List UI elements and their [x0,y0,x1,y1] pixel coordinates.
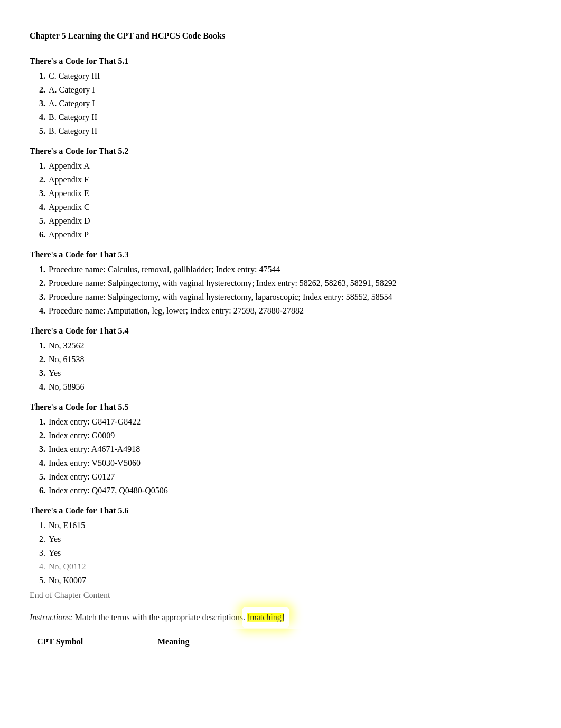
list-item: 3.Yes [30,367,531,380]
item-number: 3. [35,187,45,200]
list-item: 3.Appendix E [30,187,531,200]
item-text: No, Q0112 [49,562,86,571]
item-text: Appendix F [49,175,89,184]
instructions-label: Instructions: [30,613,73,622]
list-item: 1.Procedure name: Calculus, removal, gal… [30,263,531,276]
item-number: 1. [35,160,45,172]
table-header-symbol: CPT Symbol [30,632,150,651]
table-header-meaning: Meaning [150,632,313,651]
item-number: 6. [35,484,45,497]
item-text: A. Category I [49,85,95,94]
list-item: 1.C. Category III [30,70,531,82]
list-item: 2.Procedure name: Salpingectomy, with va… [30,277,531,290]
answer-list-5-3: 1.Procedure name: Calculus, removal, gal… [30,263,531,317]
answer-list-5-5: 1.Index entry: G8417-G8422 2.Index entry… [30,416,531,497]
item-number: 6. [35,228,45,241]
item-number: 4. [35,305,45,317]
list-item: 4.B. Category II [30,111,531,124]
item-text: No, K0007 [49,576,86,585]
item-text: B. Category II [49,126,97,135]
item-number: 2. [35,84,45,96]
answer-list-5-1: 1.C. Category III 2.A. Category I 3.A. C… [30,70,531,137]
list-item: 1.Index entry: G8417-G8422 [30,416,531,428]
list-item: 6.Appendix P [30,228,531,241]
section-title-5-2: There's a Code for That 5.2 [30,145,531,158]
item-number: 5. [35,574,45,587]
item-number: 3. [35,97,45,110]
list-item: 2.No, 61538 [30,353,531,366]
item-text: Yes [49,535,61,543]
item-number: 3. [35,367,45,380]
list-item: 2.Yes [30,533,531,546]
item-number: 4. [35,201,45,214]
list-item: 4.Procedure name: Amputation, leg, lower… [30,305,531,317]
item-number: 2. [35,277,45,290]
item-text: Procedure name: Calculus, removal, gallb… [49,265,280,274]
item-text: Yes [49,548,61,557]
list-item: 5.B. Category II [30,125,531,137]
item-text: Index entry: A4671-A4918 [49,445,140,454]
list-item: 2.Appendix F [30,173,531,186]
instructions-text: Match the terms with the appropriate des… [73,613,247,622]
list-item: 3.Yes [30,547,531,559]
item-text: No, 61538 [49,355,85,364]
item-text: Procedure name: Salpingectomy, with vagi… [49,292,392,301]
section-title-5-5: There's a Code for That 5.5 [30,401,531,413]
item-text: Index entry: G8417-G8422 [49,417,141,426]
section-title-5-1: There's a Code for That 5.1 [30,55,531,68]
item-text: Yes [49,368,61,377]
list-item: 5.Index entry: G0127 [30,471,531,483]
list-item: 1.Appendix A [30,160,531,172]
list-item: 6.Index entry: Q0477, Q0480-Q0506 [30,484,531,497]
section-title-5-6: There's a Code for That 5.6 [30,504,531,517]
list-item: 1.No, 32562 [30,339,531,352]
item-number: 1. [35,339,45,352]
list-item: 2.A. Category I [30,84,531,96]
item-text: A. Category I [49,99,95,108]
list-item: 4.Index entry: V5030-V5060 [30,457,531,469]
item-number: 1. [35,263,45,276]
chapter-title: Chapter 5 Learning the CPT and HCPCS Cod… [30,30,531,42]
item-number: 2. [35,353,45,366]
list-item: 4.No, 58956 [30,381,531,393]
item-number: 4. [35,381,45,393]
item-text: Appendix A [49,161,90,170]
item-text: Procedure name: Amputation, leg, lower; … [49,306,304,315]
answer-list-5-4: 1.No, 32562 2.No, 61538 3.Yes 4.No, 5895… [30,339,531,393]
item-text: Index entry: V5030-V5060 [49,458,141,467]
item-number: 2. [35,533,45,546]
item-number: 4. [35,457,45,469]
item-number: 5. [35,471,45,483]
instructions-line: Instructions: Match the terms with the a… [30,611,531,624]
list-item: 4.Appendix C [30,201,531,214]
item-text: C. Category III [49,71,100,80]
list-item: 3.Procedure name: Salpingectomy, with va… [30,291,531,303]
item-number: 1. [35,519,45,532]
item-text: Procedure name: Salpingectomy, with vagi… [49,279,397,288]
answer-list-5-6: 1.No, E1615 2.Yes 3.Yes 4.No, Q0112 5.No… [30,519,531,587]
item-number: 4. [35,560,45,573]
instructions-tag: [matching] [247,613,284,622]
list-item: 1.No, E1615 [30,519,531,532]
list-item: 3.Index entry: A4671-A4918 [30,443,531,456]
item-text: No, 32562 [49,341,85,350]
item-text: Index entry: Q0477, Q0480-Q0506 [49,486,168,495]
item-number: 2. [35,173,45,186]
item-text: Appendix E [49,189,89,198]
item-text: B. Category II [49,113,97,122]
table-header-row: CPT Symbol Meaning [30,632,313,651]
item-text: Appendix P [49,230,89,239]
list-item: 5.Appendix D [30,215,531,227]
end-of-chapter-label: End of Chapter Content [30,589,531,602]
list-item: 2.Index entry: G0009 [30,429,531,442]
item-text: No, E1615 [49,521,85,530]
list-item: 4.No, Q0112 [30,560,531,573]
item-number: 3. [35,443,45,456]
item-number: 2. [35,429,45,442]
item-text: Index entry: G0127 [49,472,115,481]
item-number: 4. [35,111,45,124]
item-number: 1. [35,70,45,82]
item-number: 5. [35,215,45,227]
list-item: 5.No, K0007 [30,574,531,587]
item-number: 3. [35,291,45,303]
